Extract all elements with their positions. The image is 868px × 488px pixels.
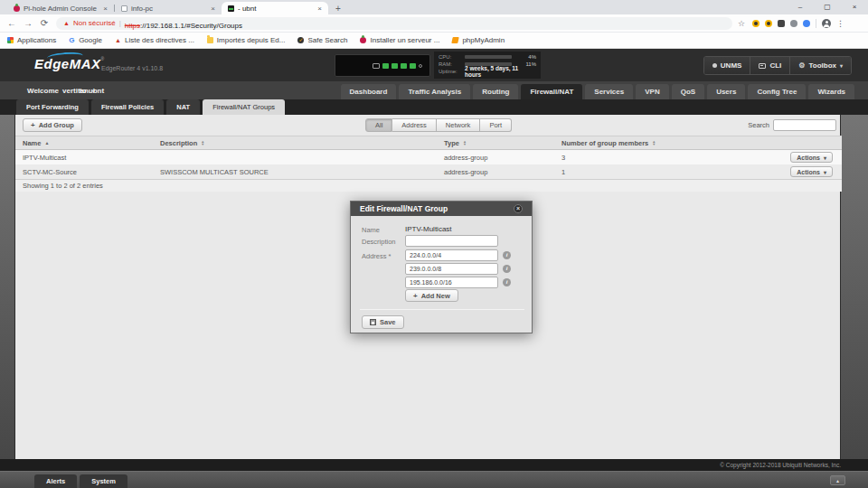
filter-address[interactable]: Address — [392, 118, 437, 132]
tab-wizards[interactable]: Wizards — [808, 84, 854, 99]
bookmark-label: Safe Search — [307, 36, 347, 44]
extension-icon[interactable] — [790, 20, 797, 27]
toolbox-button[interactable]: ⚙ Toolbox ▾ — [790, 57, 851, 74]
tab-dashboard[interactable]: Dashboard — [341, 84, 397, 99]
back-icon[interactable]: ← — [4, 18, 20, 28]
info-icon[interactable]: i — [503, 265, 511, 273]
browser-menu-icon[interactable]: ⋮ — [836, 19, 844, 28]
table-row: IPTV-Multicast address-group 3 Actions ▾ — [15, 150, 842, 164]
bookmark-star-icon[interactable]: ☆ — [738, 19, 745, 28]
tab-alerts[interactable]: Alerts — [34, 474, 77, 488]
bookmark-imported-folder[interactable]: Importés depuis Ed... — [207, 36, 286, 44]
extension-icon[interactable] — [778, 20, 785, 27]
toolbox-label: Toolbox — [808, 61, 836, 70]
tab-vpn[interactable]: VPN — [636, 84, 668, 99]
tab-ubnt[interactable]: - ubnt × — [222, 2, 328, 14]
close-window-button[interactable]: × — [841, 0, 868, 13]
filter-port[interactable]: Port — [480, 118, 512, 132]
info-icon[interactable]: i — [503, 251, 511, 259]
tab-services[interactable]: Services — [585, 84, 633, 99]
bookmark-phpmyadmin[interactable]: phpMyAdmin — [452, 36, 505, 44]
bookmark-applications[interactable]: Applications — [7, 36, 56, 44]
column-name[interactable]: Name — [23, 139, 41, 147]
unms-label: UNMS — [721, 61, 742, 70]
add-new-label: Add New — [421, 292, 450, 300]
group-type: address-group — [444, 168, 561, 176]
eth-port-icon — [410, 63, 416, 69]
description-label: Description — [362, 238, 396, 246]
tab-users[interactable]: Users — [707, 84, 745, 99]
address-input-1[interactable] — [405, 249, 498, 261]
group-members-count: 1 — [561, 168, 777, 176]
tab-qos[interactable]: QoS — [672, 84, 704, 99]
tab-routing[interactable]: Routing — [473, 84, 518, 99]
apps-grid-icon — [7, 37, 14, 43]
tab-traffic-analysis[interactable]: Traffic Analysis — [399, 84, 470, 99]
address-input-3[interactable] — [405, 277, 498, 288]
extension-icon[interactable] — [765, 20, 772, 27]
column-type[interactable]: Type — [444, 139, 459, 147]
cpu-bar — [465, 55, 512, 59]
bookmark-google[interactable]: G Google — [69, 36, 102, 44]
eth-port-icon — [382, 63, 389, 69]
firewall-subtabs: Port Forwarding Firewall Policies NAT Fi… — [0, 99, 868, 115]
plus-icon: + — [31, 121, 35, 129]
eth-port-icon — [392, 63, 398, 69]
tab-config-tree[interactable]: Config Tree — [748, 84, 806, 99]
refresh-icon[interactable]: ⟳ — [36, 18, 52, 28]
address-input-2[interactable] — [405, 263, 498, 275]
collapse-up-button[interactable]: ▴ — [830, 475, 845, 485]
toolbar-divider — [816, 19, 816, 28]
eth-port-icon — [401, 63, 407, 69]
bottom-tabs: Alerts System — [34, 474, 127, 488]
actions-button[interactable]: Actions ▾ — [790, 152, 833, 163]
close-icon[interactable]: × — [514, 204, 523, 213]
security-warning-icon: ▲ — [63, 20, 70, 26]
filter-all[interactable]: All — [365, 118, 392, 132]
profile-icon[interactable] — [822, 19, 831, 28]
tab-close-icon[interactable]: × — [211, 5, 215, 13]
bookmark-directives[interactable]: ▲ Liste des directives ... — [115, 36, 194, 44]
url-bar[interactable]: ▲ Non sécurisé | https://192.168.1.1/#Se… — [56, 17, 732, 30]
bookmark-server-install[interactable]: Installer un serveur ... — [360, 36, 439, 44]
tab-pihole[interactable]: Pi-hole Admin Console × — [7, 2, 114, 14]
description-input[interactable] — [405, 235, 498, 247]
add-new-button[interactable]: + Add New — [405, 289, 458, 302]
extension-icon[interactable] — [752, 20, 760, 27]
copyright-bar: © Copyright 2012-2018 Ubiquiti Networks,… — [0, 459, 868, 471]
cli-button[interactable]: CLI — [750, 57, 790, 74]
search-input[interactable] — [773, 119, 836, 131]
subtab-firewall-policies[interactable]: Firewall Policies — [91, 99, 164, 115]
minimize-button[interactable]: – — [787, 0, 814, 13]
tab-system[interactable]: System — [80, 474, 127, 488]
actions-button[interactable]: Actions ▾ — [790, 166, 833, 177]
unms-button[interactable]: UNMS — [704, 57, 751, 74]
maximize-button[interactable]: ▢ — [814, 0, 841, 13]
subtab-firewall-nat-groups[interactable]: Firewall/NAT Groups — [203, 99, 285, 115]
extension-icon[interactable] — [803, 20, 810, 27]
sort-icon: ▲▼ — [652, 140, 656, 145]
info-icon[interactable]: i — [503, 278, 511, 286]
wrench-icon: ⚙ — [798, 61, 805, 70]
edgemax-header: EdgeMAX® EdgeRouter 4 v1.10.8 CPU: 4% RA… — [0, 49, 868, 81]
subtab-nat[interactable]: NAT — [166, 99, 200, 115]
group-description: SWISSCOM MULTICAST SOURCE — [160, 168, 444, 176]
column-members[interactable]: Number of group members — [561, 139, 648, 147]
new-tab-button[interactable]: + — [335, 4, 341, 14]
add-group-button[interactable]: + Add Group — [23, 118, 82, 132]
tab-close-icon[interactable]: × — [317, 5, 322, 13]
column-description[interactable]: Description — [160, 139, 197, 147]
subtab-port-forwarding[interactable]: Port Forwarding — [16, 99, 89, 115]
tab-infopc[interactable]: info-pc × — [115, 2, 222, 14]
url-separator: | — [119, 19, 121, 27]
tab-firewall-nat[interactable]: Firewall/NAT — [521, 84, 582, 99]
save-button[interactable]: Save — [362, 315, 404, 329]
directives-icon: ▲ — [115, 37, 121, 43]
forward-icon[interactable]: → — [20, 18, 36, 28]
modal-titlebar: Edit Firewall/NAT Group × — [351, 202, 532, 216]
filter-network[interactable]: Network — [437, 118, 481, 132]
cli-label: CLI — [769, 61, 781, 70]
bookmark-safesearch[interactable]: ✓ Safe Search — [297, 36, 347, 44]
tab-close-icon[interactable]: × — [103, 5, 108, 13]
terminal-icon — [759, 63, 766, 69]
